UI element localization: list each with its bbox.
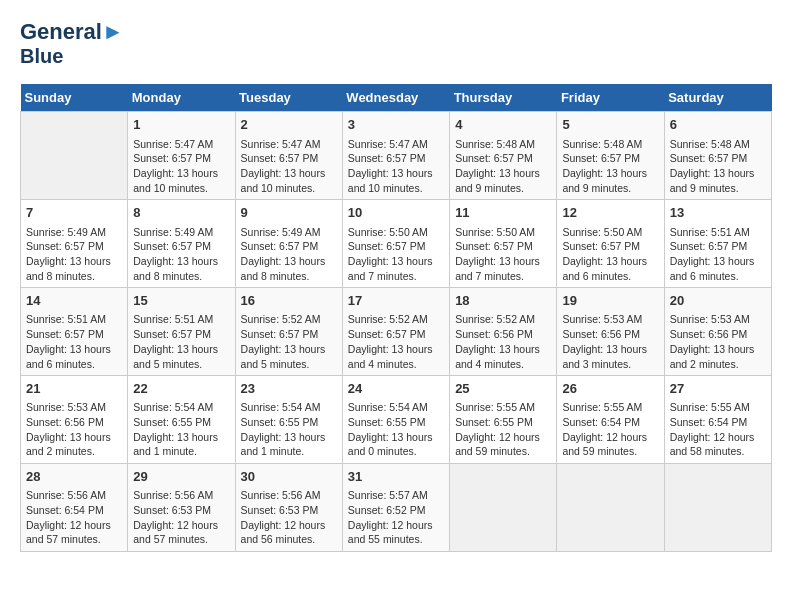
calendar-cell: 31Sunrise: 5:57 AM Sunset: 6:52 PM Dayli…: [342, 464, 449, 552]
calendar-cell: [664, 464, 771, 552]
day-number: 27: [670, 380, 766, 398]
day-info: Sunrise: 5:51 AM Sunset: 6:57 PM Dayligh…: [670, 225, 766, 284]
day-info: Sunrise: 5:50 AM Sunset: 6:57 PM Dayligh…: [348, 225, 444, 284]
day-info: Sunrise: 5:49 AM Sunset: 6:57 PM Dayligh…: [241, 225, 337, 284]
day-number: 30: [241, 468, 337, 486]
day-number: 6: [670, 116, 766, 134]
day-number: 17: [348, 292, 444, 310]
day-number: 14: [26, 292, 122, 310]
day-info: Sunrise: 5:57 AM Sunset: 6:52 PM Dayligh…: [348, 488, 444, 547]
calendar-cell: 11Sunrise: 5:50 AM Sunset: 6:57 PM Dayli…: [450, 200, 557, 288]
calendar-cell: 13Sunrise: 5:51 AM Sunset: 6:57 PM Dayli…: [664, 200, 771, 288]
day-number: 25: [455, 380, 551, 398]
day-info: Sunrise: 5:52 AM Sunset: 6:56 PM Dayligh…: [455, 312, 551, 371]
calendar-cell: 15Sunrise: 5:51 AM Sunset: 6:57 PM Dayli…: [128, 288, 235, 376]
day-number: 19: [562, 292, 658, 310]
day-number: 22: [133, 380, 229, 398]
calendar-cell: 12Sunrise: 5:50 AM Sunset: 6:57 PM Dayli…: [557, 200, 664, 288]
day-number: 3: [348, 116, 444, 134]
day-number: 21: [26, 380, 122, 398]
day-info: Sunrise: 5:54 AM Sunset: 6:55 PM Dayligh…: [133, 400, 229, 459]
day-number: 24: [348, 380, 444, 398]
day-number: 7: [26, 204, 122, 222]
calendar-cell: 24Sunrise: 5:54 AM Sunset: 6:55 PM Dayli…: [342, 376, 449, 464]
day-number: 15: [133, 292, 229, 310]
day-header-wednesday: Wednesday: [342, 84, 449, 112]
day-header-thursday: Thursday: [450, 84, 557, 112]
day-number: 28: [26, 468, 122, 486]
day-info: Sunrise: 5:55 AM Sunset: 6:55 PM Dayligh…: [455, 400, 551, 459]
calendar-cell: 26Sunrise: 5:55 AM Sunset: 6:54 PM Dayli…: [557, 376, 664, 464]
calendar-cell: 22Sunrise: 5:54 AM Sunset: 6:55 PM Dayli…: [128, 376, 235, 464]
day-info: Sunrise: 5:50 AM Sunset: 6:57 PM Dayligh…: [562, 225, 658, 284]
day-number: 8: [133, 204, 229, 222]
day-number: 4: [455, 116, 551, 134]
calendar-cell: 8Sunrise: 5:49 AM Sunset: 6:57 PM Daylig…: [128, 200, 235, 288]
calendar-cell: 25Sunrise: 5:55 AM Sunset: 6:55 PM Dayli…: [450, 376, 557, 464]
day-number: 13: [670, 204, 766, 222]
day-header-sunday: Sunday: [21, 84, 128, 112]
calendar-cell: 29Sunrise: 5:56 AM Sunset: 6:53 PM Dayli…: [128, 464, 235, 552]
calendar-table: SundayMondayTuesdayWednesdayThursdayFrid…: [20, 84, 772, 552]
day-info: Sunrise: 5:52 AM Sunset: 6:57 PM Dayligh…: [241, 312, 337, 371]
day-info: Sunrise: 5:51 AM Sunset: 6:57 PM Dayligh…: [26, 312, 122, 371]
day-info: Sunrise: 5:51 AM Sunset: 6:57 PM Dayligh…: [133, 312, 229, 371]
day-info: Sunrise: 5:47 AM Sunset: 6:57 PM Dayligh…: [241, 137, 337, 196]
day-info: Sunrise: 5:49 AM Sunset: 6:57 PM Dayligh…: [26, 225, 122, 284]
day-info: Sunrise: 5:48 AM Sunset: 6:57 PM Dayligh…: [670, 137, 766, 196]
day-info: Sunrise: 5:56 AM Sunset: 6:53 PM Dayligh…: [133, 488, 229, 547]
day-header-friday: Friday: [557, 84, 664, 112]
day-info: Sunrise: 5:47 AM Sunset: 6:57 PM Dayligh…: [348, 137, 444, 196]
calendar-cell: 3Sunrise: 5:47 AM Sunset: 6:57 PM Daylig…: [342, 112, 449, 200]
day-info: Sunrise: 5:53 AM Sunset: 6:56 PM Dayligh…: [670, 312, 766, 371]
calendar-cell: 30Sunrise: 5:56 AM Sunset: 6:53 PM Dayli…: [235, 464, 342, 552]
calendar-cell: 4Sunrise: 5:48 AM Sunset: 6:57 PM Daylig…: [450, 112, 557, 200]
calendar-cell: 19Sunrise: 5:53 AM Sunset: 6:56 PM Dayli…: [557, 288, 664, 376]
calendar-cell: [21, 112, 128, 200]
calendar-cell: 16Sunrise: 5:52 AM Sunset: 6:57 PM Dayli…: [235, 288, 342, 376]
day-number: 20: [670, 292, 766, 310]
day-number: 29: [133, 468, 229, 486]
calendar-cell: [450, 464, 557, 552]
day-number: 9: [241, 204, 337, 222]
day-info: Sunrise: 5:50 AM Sunset: 6:57 PM Dayligh…: [455, 225, 551, 284]
day-number: 16: [241, 292, 337, 310]
logo-text: General► Blue: [20, 20, 124, 68]
day-info: Sunrise: 5:55 AM Sunset: 6:54 PM Dayligh…: [562, 400, 658, 459]
day-number: 5: [562, 116, 658, 134]
logo: General► Blue: [20, 20, 124, 68]
day-info: Sunrise: 5:48 AM Sunset: 6:57 PM Dayligh…: [455, 137, 551, 196]
day-header-tuesday: Tuesday: [235, 84, 342, 112]
day-info: Sunrise: 5:55 AM Sunset: 6:54 PM Dayligh…: [670, 400, 766, 459]
day-header-saturday: Saturday: [664, 84, 771, 112]
day-number: 11: [455, 204, 551, 222]
day-info: Sunrise: 5:49 AM Sunset: 6:57 PM Dayligh…: [133, 225, 229, 284]
day-number: 23: [241, 380, 337, 398]
day-number: 10: [348, 204, 444, 222]
day-info: Sunrise: 5:56 AM Sunset: 6:54 PM Dayligh…: [26, 488, 122, 547]
day-number: 12: [562, 204, 658, 222]
calendar-cell: 23Sunrise: 5:54 AM Sunset: 6:55 PM Dayli…: [235, 376, 342, 464]
calendar-cell: 14Sunrise: 5:51 AM Sunset: 6:57 PM Dayli…: [21, 288, 128, 376]
day-info: Sunrise: 5:56 AM Sunset: 6:53 PM Dayligh…: [241, 488, 337, 547]
day-info: Sunrise: 5:53 AM Sunset: 6:56 PM Dayligh…: [26, 400, 122, 459]
day-info: Sunrise: 5:52 AM Sunset: 6:57 PM Dayligh…: [348, 312, 444, 371]
day-info: Sunrise: 5:47 AM Sunset: 6:57 PM Dayligh…: [133, 137, 229, 196]
calendar-cell: 5Sunrise: 5:48 AM Sunset: 6:57 PM Daylig…: [557, 112, 664, 200]
day-number: 26: [562, 380, 658, 398]
calendar-cell: [557, 464, 664, 552]
day-number: 18: [455, 292, 551, 310]
page-header: General► Blue: [20, 20, 772, 68]
day-info: Sunrise: 5:54 AM Sunset: 6:55 PM Dayligh…: [241, 400, 337, 459]
day-number: 2: [241, 116, 337, 134]
calendar-cell: 6Sunrise: 5:48 AM Sunset: 6:57 PM Daylig…: [664, 112, 771, 200]
calendar-cell: 20Sunrise: 5:53 AM Sunset: 6:56 PM Dayli…: [664, 288, 771, 376]
calendar-cell: 17Sunrise: 5:52 AM Sunset: 6:57 PM Dayli…: [342, 288, 449, 376]
calendar-cell: 10Sunrise: 5:50 AM Sunset: 6:57 PM Dayli…: [342, 200, 449, 288]
calendar-cell: 1Sunrise: 5:47 AM Sunset: 6:57 PM Daylig…: [128, 112, 235, 200]
calendar-cell: 18Sunrise: 5:52 AM Sunset: 6:56 PM Dayli…: [450, 288, 557, 376]
day-info: Sunrise: 5:48 AM Sunset: 6:57 PM Dayligh…: [562, 137, 658, 196]
calendar-cell: 27Sunrise: 5:55 AM Sunset: 6:54 PM Dayli…: [664, 376, 771, 464]
calendar-cell: 9Sunrise: 5:49 AM Sunset: 6:57 PM Daylig…: [235, 200, 342, 288]
day-info: Sunrise: 5:54 AM Sunset: 6:55 PM Dayligh…: [348, 400, 444, 459]
